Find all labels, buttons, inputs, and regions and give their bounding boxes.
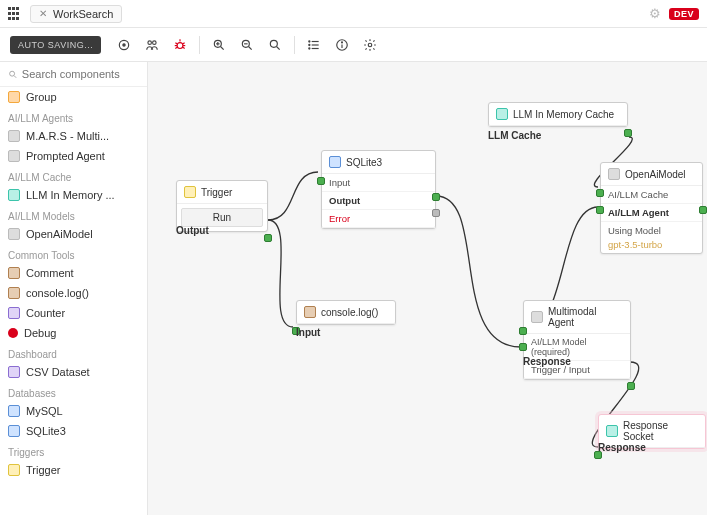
sidebar-item-label: MySQL	[26, 405, 63, 417]
node-openai[interactable]: OpenAiModel AI/LLM Cache AI/LLM Agent Us…	[600, 162, 703, 254]
zoom-reset-icon[interactable]	[262, 33, 288, 57]
sidebar-item[interactable]: Debug	[0, 323, 147, 343]
sidebar-item[interactable]: Comment	[0, 263, 147, 283]
list-icon[interactable]	[301, 33, 327, 57]
gear-icon[interactable]: ⚙	[649, 6, 661, 21]
svg-point-26	[309, 47, 310, 48]
openai-icon	[608, 168, 620, 180]
sidebar-item[interactable]: Counter	[0, 303, 147, 323]
component-icon	[8, 150, 20, 162]
close-icon[interactable]: ✕	[39, 8, 47, 19]
svg-point-2	[148, 40, 152, 44]
node-out-label: Output	[176, 225, 209, 236]
bug-icon[interactable]	[167, 33, 193, 57]
sidebar-group-header: AI/LLM Agents	[0, 107, 147, 126]
sidebar-item[interactable]: M.A.R.S - Multi...	[0, 126, 147, 146]
port-output[interactable]	[624, 129, 632, 137]
port-model[interactable]	[519, 327, 527, 335]
search-icon	[8, 69, 18, 80]
svg-line-20	[277, 46, 280, 49]
sidebar-item-label: Trigger	[26, 464, 60, 476]
sidebar-item-label: SQLite3	[26, 425, 66, 437]
sidebar-item-label: OpenAiModel	[26, 228, 93, 240]
sidebar-item-label: Comment	[26, 267, 74, 279]
port-input[interactable]	[317, 177, 325, 185]
port-cache[interactable]	[596, 189, 604, 197]
port-response[interactable]	[627, 382, 635, 390]
search-input[interactable]	[22, 68, 139, 80]
sidebar-item-label: console.log()	[26, 287, 89, 299]
node-llm-cache[interactable]: LLM In Memory Cache	[488, 102, 628, 127]
svg-line-9	[183, 47, 185, 48]
svg-point-3	[153, 40, 157, 44]
svg-point-30	[368, 43, 372, 47]
svg-line-8	[176, 47, 178, 48]
component-icon	[8, 307, 20, 319]
component-icon	[8, 328, 18, 338]
port-output[interactable]	[432, 193, 440, 201]
sidebar-item[interactable]: MySQL	[0, 401, 147, 421]
trigger-icon	[184, 186, 196, 198]
port-output[interactable]	[699, 206, 707, 214]
component-icon	[8, 366, 20, 378]
node-multimodal[interactable]: Multimodal Agent AI/LLM Model (required)…	[523, 300, 631, 380]
component-icon	[8, 405, 20, 417]
sidebar-item-group[interactable]: Group	[0, 87, 147, 107]
top-bar: ✕ WorkSearch ⚙ DEV	[0, 0, 707, 28]
zoom-out-icon[interactable]	[234, 33, 260, 57]
node-out-label: LLM Cache	[488, 130, 541, 141]
sidebar-item-label: Counter	[26, 307, 65, 319]
sidebar-item[interactable]: SQLite3	[0, 421, 147, 441]
node-resp-label: Response	[598, 442, 646, 453]
apps-icon[interactable]	[8, 7, 22, 21]
sidebar-group-header: Common Tools	[0, 244, 147, 263]
sidebar-item-label: M.A.R.S - Multi...	[26, 130, 109, 142]
info-icon[interactable]	[329, 33, 355, 57]
node-console[interactable]: console.log()	[296, 300, 396, 325]
tab-label: WorkSearch	[53, 8, 113, 20]
port-output[interactable]	[264, 234, 272, 242]
sidebar-item[interactable]: OpenAiModel	[0, 224, 147, 244]
sidebar-group-header: AI/LLM Cache	[0, 166, 147, 185]
svg-point-25	[309, 44, 310, 45]
settings-icon[interactable]	[357, 33, 383, 57]
sidebar-item-label: LLM In Memory ...	[26, 189, 115, 201]
sidebar-item-label: Prompted Agent	[26, 150, 105, 162]
component-icon	[8, 425, 20, 437]
main: Group AI/LLM AgentsM.A.R.S - Multi...Pro…	[0, 62, 707, 515]
socket-icon	[606, 425, 618, 437]
port-trigger-input[interactable]	[519, 343, 527, 351]
svg-line-7	[183, 42, 185, 43]
agent-icon	[531, 311, 543, 323]
sidebar-item-label: Group	[26, 91, 57, 103]
component-icon	[8, 228, 20, 240]
port-error[interactable]	[432, 209, 440, 217]
toolbar: AUTO SAVING...	[0, 28, 707, 62]
sidebar-item[interactable]: CSV Dataset	[0, 362, 147, 382]
sidebar-item[interactable]: Trigger	[0, 460, 147, 480]
port-agent[interactable]	[596, 206, 604, 214]
component-icon	[8, 464, 20, 476]
sidebar: Group AI/LLM AgentsM.A.R.S - Multi...Pro…	[0, 62, 148, 515]
svg-point-31	[10, 71, 15, 76]
canvas[interactable]: Trigger Run Output SQLite3 Input Output …	[148, 62, 707, 515]
node-resp-label: Response	[523, 356, 571, 367]
node-in-label: Input	[296, 327, 320, 338]
svg-line-13	[221, 46, 224, 49]
people-icon[interactable]	[139, 33, 165, 57]
node-sqlite[interactable]: SQLite3 Input Output Error	[321, 150, 436, 229]
sidebar-item[interactable]: LLM In Memory ...	[0, 185, 147, 205]
sidebar-item[interactable]: console.log()	[0, 283, 147, 303]
component-icon	[8, 287, 20, 299]
sidebar-item[interactable]: Prompted Agent	[0, 146, 147, 166]
sidebar-group-header: AI/LLM Models	[0, 205, 147, 224]
sidebar-group-header: Dashboard	[0, 343, 147, 362]
tab-worksearch[interactable]: ✕ WorkSearch	[30, 5, 122, 23]
component-icon	[8, 189, 20, 201]
sqlite-icon	[329, 156, 341, 168]
dev-badge: DEV	[669, 8, 699, 20]
zoom-in-icon[interactable]	[206, 33, 232, 57]
target-icon[interactable]	[111, 33, 137, 57]
svg-point-24	[309, 40, 310, 41]
svg-point-29	[342, 41, 343, 42]
